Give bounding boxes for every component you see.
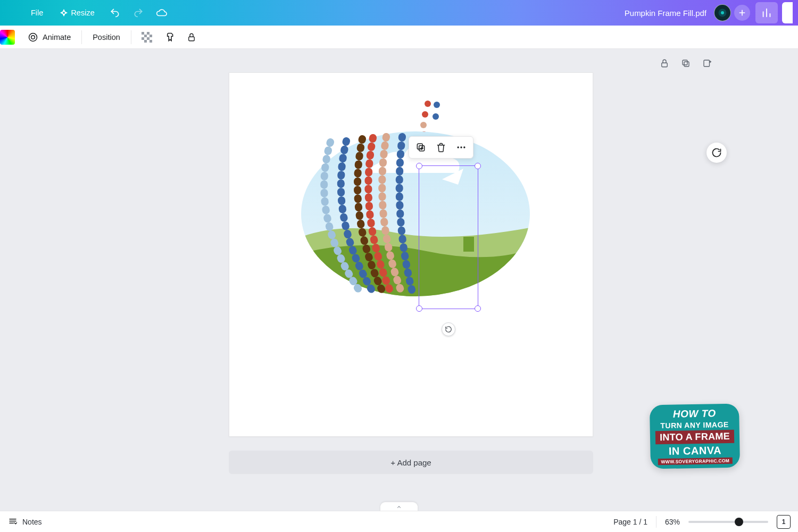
grid-view-button[interactable]: 1: [777, 515, 791, 529]
page-indicator[interactable]: Page 1 / 1: [613, 518, 647, 526]
share-button[interactable]: [782, 2, 793, 23]
selection-rotate-handle[interactable]: [442, 322, 455, 336]
svg-point-29: [458, 146, 459, 148]
zoom-slider[interactable]: [688, 521, 768, 523]
wm-line2: TURN ANY IMAGE: [660, 420, 729, 430]
duplicate-page-icon[interactable]: [680, 57, 692, 69]
notes-button[interactable]: Notes: [7, 517, 42, 527]
svg-point-20: [434, 102, 440, 108]
footer-bar: Notes Page 1 / 1 63% 1: [0, 511, 798, 532]
svg-rect-17: [704, 60, 710, 66]
grid-view-count: 1: [782, 518, 786, 526]
color-picker-swatch[interactable]: [0, 30, 15, 45]
zoom-slider-thumb[interactable]: [735, 518, 743, 526]
toolbar-divider: [131, 30, 131, 44]
tutorial-watermark-badge: HOW TO TURN ANY IMAGE INTO A FRAME IN CA…: [650, 404, 740, 469]
svg-point-1: [721, 11, 724, 14]
svg-point-19: [425, 101, 431, 107]
resize-button[interactable]: Resize: [53, 2, 102, 23]
selection-handle-tl[interactable]: [416, 163, 422, 169]
insights-button[interactable]: [755, 2, 778, 23]
svg-rect-13: [189, 37, 195, 41]
cloud-save-icon[interactable]: [151, 2, 172, 23]
svg-rect-16: [683, 60, 687, 65]
svg-rect-9: [142, 37, 144, 40]
notes-label: Notes: [22, 518, 42, 526]
document-title[interactable]: Pumpkin Frame Fill.pdf: [625, 9, 706, 18]
add-page-after-icon[interactable]: [701, 57, 713, 69]
duplicate-button[interactable]: [412, 139, 429, 156]
add-collaborator-button[interactable]: [734, 5, 750, 21]
svg-rect-11: [144, 40, 147, 43]
wm-line1: HOW TO: [673, 408, 716, 420]
page-action-bar: [659, 57, 713, 69]
wm-line4: IN CANVA: [669, 444, 722, 458]
edit-toolbar: Animate Position: [0, 26, 798, 49]
add-page-label: + Add page: [390, 458, 431, 467]
undo-icon[interactable]: [104, 2, 126, 23]
svg-point-30: [460, 146, 462, 148]
selection-handle-tr[interactable]: [475, 163, 481, 169]
canvas-workspace[interactable]: + Add page HOW TO TURN ANY IMAGE INTO A …: [0, 49, 798, 511]
svg-point-2: [29, 33, 37, 41]
svg-rect-12: [149, 40, 152, 43]
svg-rect-7: [144, 35, 147, 37]
position-label: Position: [93, 33, 120, 41]
top-bar: File Resize Pumpkin Frame Fill.pdf: [0, 0, 798, 26]
svg-rect-5: [142, 32, 144, 35]
selection-handle-bl[interactable]: [416, 305, 422, 312]
reset-view-button[interactable]: [706, 143, 727, 163]
copy-style-icon[interactable]: [159, 27, 179, 47]
lock-page-icon[interactable]: [659, 57, 670, 69]
user-avatar[interactable]: [714, 4, 731, 21]
position-button[interactable]: Position: [87, 27, 126, 47]
svg-point-21: [422, 111, 428, 118]
svg-point-22: [433, 113, 439, 120]
top-left-group: File Resize: [0, 2, 172, 23]
page-1[interactable]: [229, 72, 593, 437]
more-options-button[interactable]: [453, 139, 470, 156]
svg-point-31: [463, 146, 465, 148]
svg-rect-15: [684, 62, 689, 66]
animate-label: Animate: [43, 33, 71, 41]
home-icon[interactable]: [0, 2, 21, 23]
file-menu-label: File: [31, 9, 43, 17]
svg-rect-10: [147, 37, 149, 40]
redo-icon[interactable]: [128, 2, 149, 23]
selection-handle-br[interactable]: [475, 305, 481, 312]
svg-rect-14: [662, 63, 668, 67]
svg-point-3: [31, 35, 35, 39]
animate-button[interactable]: Animate: [22, 27, 76, 47]
wm-url: WWW.SOVERYGRAPHIC.COM: [658, 458, 733, 465]
footer-divider: [656, 516, 656, 528]
svg-rect-8: [149, 35, 152, 37]
wm-line3: INTO A FRAME: [655, 430, 734, 445]
transparency-icon[interactable]: [137, 27, 157, 47]
delete-button[interactable]: [433, 139, 450, 156]
panel-drag-handle[interactable]: [380, 502, 418, 511]
resize-label: Resize: [71, 9, 94, 17]
zoom-level-label[interactable]: 63%: [665, 518, 680, 526]
svg-point-23: [420, 122, 427, 128]
svg-rect-6: [147, 32, 149, 35]
file-menu[interactable]: File: [23, 2, 51, 23]
lock-icon[interactable]: [181, 27, 202, 47]
selection-context-toolbar: [409, 136, 473, 159]
pumpkin-frame-graphic[interactable]: [298, 99, 533, 302]
add-page-button[interactable]: + Add page: [229, 451, 593, 474]
selection-outline[interactable]: [419, 165, 478, 309]
toolbar-divider: [81, 30, 82, 44]
